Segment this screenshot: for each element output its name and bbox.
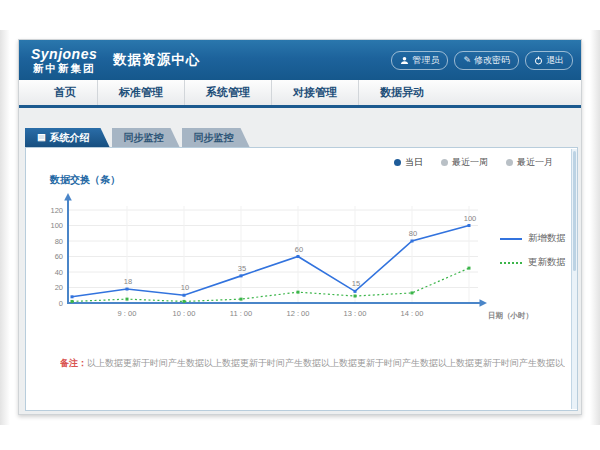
svg-text:120: 120 [50,206,63,215]
legend-item-new-data: 新增数据 [500,232,566,245]
legend-updated-data-label: 更新数据 [528,256,566,269]
svg-text:10 : 00: 10 : 00 [173,309,196,318]
time-filter-option[interactable]: 当日 [394,156,423,169]
svg-text:0: 0 [59,299,63,308]
svg-text:35: 35 [238,264,246,273]
nav-item-data-change[interactable]: 数据异动 [358,80,445,105]
exchange-line-chart: 0204060801001209 : 0010 : 0011 : 0012 : … [26,190,579,332]
tab-sync-monitor-2-label: 同步监控 [194,131,234,145]
note-text: 以上数据更新于时间产生数据以上数据更新于时间产生数据以上数据更新于时间产生数据以… [87,358,565,368]
svg-text:10: 10 [181,283,189,292]
tab-bar: ▤ 系统介绍 同步监控 同步监控 [25,128,252,147]
blue-line-icon [500,238,522,240]
admin-user-label: 管理员 [412,54,439,67]
svg-text:日期（小时）: 日期（小时） [488,311,533,320]
content-area: ▤ 系统介绍 同步监控 同步监控 当日 最近一周 [19,108,581,413]
user-icon [400,56,409,65]
chart-legend: 新增数据 更新数据 [500,232,566,269]
time-filter-group: 当日 最近一周 最近一月 [394,156,553,169]
nav-item-home[interactable]: 首页 [33,80,97,105]
page-edge-shade-right [590,30,600,425]
filter-last-month-label: 最近一月 [517,156,553,169]
svg-text:100: 100 [464,214,477,223]
panel-scrollbar[interactable] [571,149,577,409]
tab-sync-monitor-1[interactable]: 同步监控 [112,128,180,147]
radio-icon [441,159,448,166]
svg-text:12 : 00: 12 : 00 [287,309,310,318]
svg-text:15: 15 [352,279,360,288]
legend-item-updated-data: 更新数据 [500,256,566,269]
legend-new-data-label: 新增数据 [528,232,566,245]
filter-last-week-label: 最近一周 [452,156,488,169]
main-nav: 首页 标准管理 系统管理 对接管理 数据异动 [19,80,581,108]
logo-title: Synjones [31,47,97,62]
edit-icon: ✎ [463,56,471,65]
radio-icon [506,159,513,166]
chart-panel: 当日 最近一周 最近一月 数据交换（条） 0204060801001209 : … [25,147,578,411]
svg-text:80: 80 [409,229,417,238]
svg-text:60: 60 [295,245,303,254]
y-axis-title: 数据交换（条） [50,173,120,187]
company-logo: Synjones 新中新集团 [31,47,97,74]
admin-user-button[interactable]: 管理员 [391,51,448,70]
svg-text:13 : 00: 13 : 00 [344,309,367,318]
tab-sync-monitor-2[interactable]: 同步监控 [182,128,250,147]
power-icon [534,56,543,65]
app-window: Synjones 新中新集团 数据资源中心 管理员 ✎ 修改密码 退出 [18,39,582,415]
logo-subtitle: 新中新集团 [33,62,96,74]
filter-today-label: 当日 [405,156,423,169]
svg-text:80: 80 [55,237,63,246]
logout-button[interactable]: 退出 [525,51,573,70]
nav-item-standard-mgmt[interactable]: 标准管理 [97,80,184,105]
tab-system-intro[interactable]: ▤ 系统介绍 [25,128,110,147]
header-actions: 管理员 ✎ 修改密码 退出 [391,51,573,70]
svg-text:18: 18 [124,277,132,286]
note-label: 备注： [60,358,87,368]
svg-text:60: 60 [55,252,63,261]
svg-text:9 : 00: 9 : 00 [118,309,137,318]
svg-text:100: 100 [50,221,63,230]
page-edge-shade-left [0,30,10,425]
logout-label: 退出 [546,54,564,67]
nav-item-interface-mgmt[interactable]: 对接管理 [271,80,358,105]
footer-note: 备注：以上数据更新于时间产生数据以上数据更新于时间产生数据以上数据更新于时间产生… [60,357,565,370]
svg-text:40: 40 [55,268,63,277]
chart-wrap: 0204060801001209 : 0010 : 0011 : 0012 : … [26,190,579,332]
svg-text:20: 20 [55,283,63,292]
green-dotted-line-icon [500,262,522,264]
document-icon: ▤ [37,133,46,142]
svg-text:14 : 00: 14 : 00 [401,309,424,318]
tab-system-intro-label: 系统介绍 [50,131,90,145]
scrollbar-thumb[interactable] [573,151,576,271]
change-password-button[interactable]: ✎ 修改密码 [454,51,519,70]
app-header: Synjones 新中新集团 数据资源中心 管理员 ✎ 修改密码 退出 [19,40,581,80]
svg-text:11 : 00: 11 : 00 [230,309,252,318]
tab-sync-monitor-1-label: 同步监控 [124,131,164,145]
page-title: 数据资源中心 [113,51,200,69]
time-filter-option[interactable]: 最近一月 [506,156,553,169]
change-password-label: 修改密码 [474,54,510,67]
nav-item-system-mgmt[interactable]: 系统管理 [184,80,271,105]
time-filter-option[interactable]: 最近一周 [441,156,488,169]
radio-icon [394,159,401,166]
